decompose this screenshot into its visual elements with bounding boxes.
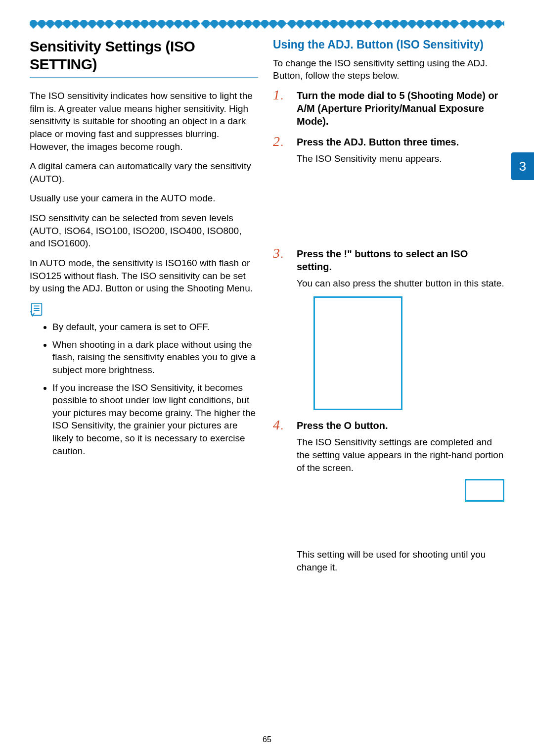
screenshot-placeholder-gap [297, 165, 504, 239]
subsection-intro: To change the ISO sensitivity setting us… [273, 57, 504, 82]
right-column: Using the ADJ. Button (ISO Sensitivity) … [273, 38, 504, 582]
step-3: 3. Press the !" buttons to select an ISO… [273, 247, 504, 411]
ok-button-glyph: O [344, 420, 352, 431]
step-title: Press the ADJ. Button three times. [297, 136, 504, 148]
step-body: The ISO Sensitivity settings are complet… [297, 436, 504, 474]
intro-paragraph-3: Usually use your camera in the AUTO mode… [30, 192, 258, 205]
step-2: 2. Press the ADJ. Button three times. Th… [273, 136, 504, 239]
step-title: Turn the mode dial to 5 (Shooting Mode) … [297, 89, 504, 128]
intro-paragraph-1: The ISO sensitivity indicates how sensit… [30, 90, 258, 153]
step-4: 4. Press the O button. The ISO Sensitivi… [273, 419, 504, 573]
note-bullet-list: By default, your camera is set to OFF. W… [52, 321, 258, 457]
section-title: Sensitivity Settings (ISO SETTING) [30, 38, 258, 73]
subsection-heading: Using the ADJ. Button (ISO Sensitivity) [273, 38, 504, 52]
step-title: Press the O button. [297, 419, 504, 432]
decorative-diamond-row [30, 20, 504, 29]
menu-screenshot-placeholder [313, 296, 402, 410]
intro-paragraph-4: ISO sensitivity can be selected from sev… [30, 212, 258, 250]
step-body: The ISO Sensitivity menu appears. [297, 152, 504, 165]
page: 3 Sensitivity Settings (ISO SETTING) The… [0, 0, 534, 756]
spacer [297, 505, 504, 544]
step-body: You can also press the shutter button in… [297, 277, 504, 290]
arrow-buttons-glyph: !" [344, 248, 352, 259]
step-list: 1. Turn the mode dial to 5 (Shooting Mod… [273, 89, 504, 573]
step-title: Press the !" buttons to select an ISO se… [297, 247, 504, 273]
step-number: 2. [273, 134, 284, 149]
mode-dial-glyph: 5 [399, 90, 404, 101]
chapter-tab-number: 3 [519, 159, 526, 174]
step-number: 3. [273, 245, 284, 261]
two-column-layout: Sensitivity Settings (ISO SETTING) The I… [30, 38, 504, 582]
step-number: 1. [273, 87, 284, 103]
indicator-screenshot-placeholder [465, 479, 504, 502]
intro-paragraph-5: In AUTO mode, the sensitivity is ISO160 … [30, 257, 258, 295]
note-icon [30, 302, 44, 317]
chapter-tab: 3 [511, 152, 534, 180]
note-bullet-item: If you increase the ISO Sensitivity, it … [52, 381, 258, 458]
left-column: Sensitivity Settings (ISO SETTING) The I… [30, 38, 258, 582]
note-bullet-item: When shooting in a dark place without us… [52, 338, 258, 377]
intro-paragraph-2: A digital camera can automatically vary … [30, 160, 258, 185]
page-number: 65 [0, 735, 534, 744]
section-title-block: Sensitivity Settings (ISO SETTING) [30, 38, 258, 78]
step-number: 4. [273, 417, 284, 433]
closing-note: This setting will be used for shooting u… [297, 548, 504, 573]
svg-rect-0 [32, 303, 42, 315]
step-1: 1. Turn the mode dial to 5 (Shooting Mod… [273, 89, 504, 128]
note-bullet-item: By default, your camera is set to OFF. [52, 321, 258, 333]
